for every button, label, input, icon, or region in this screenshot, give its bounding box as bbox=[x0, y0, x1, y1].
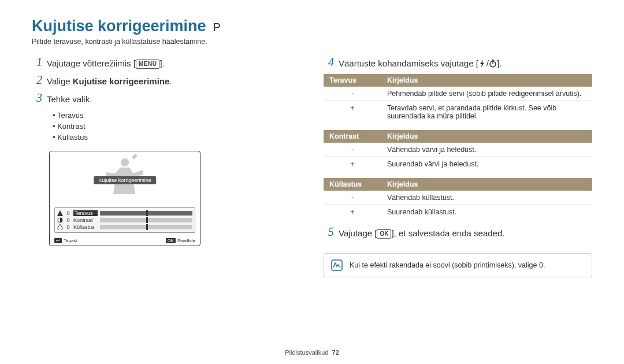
set-label: Seadista bbox=[177, 238, 195, 243]
th: Kirjeldus bbox=[381, 130, 592, 143]
table-row: +Teravdab servi, et parandada piltide ki… bbox=[324, 101, 592, 124]
text: Vajutage [ bbox=[339, 228, 377, 238]
bullet-item: Teravus bbox=[53, 110, 300, 121]
ok-icon: OK bbox=[377, 229, 391, 239]
table-sharpness: TeravusKirjeldus -Pehmendab piltide serv… bbox=[324, 74, 592, 123]
th: Kontrast bbox=[324, 130, 381, 143]
text: Väärtuste kohandamiseks vajutage [ bbox=[339, 58, 478, 68]
step-number: 1 bbox=[32, 56, 42, 68]
lcd-value: 0 bbox=[65, 217, 71, 223]
bullet-item: Kontrast bbox=[53, 121, 300, 132]
step-number: 3 bbox=[32, 92, 42, 103]
text: . bbox=[169, 76, 172, 86]
page-title: Kujutise korrigeerimine bbox=[32, 17, 206, 35]
menu-icon: MENU bbox=[136, 60, 159, 69]
bold-text: Kujutise korrigeerimine bbox=[73, 76, 170, 86]
cell-key: + bbox=[324, 205, 381, 220]
cell-val: Teravdab servi, et parandada piltide kir… bbox=[381, 101, 592, 124]
step-3: 3 Tehke valik. bbox=[32, 92, 300, 105]
table-row: -Vähendab küllastust. bbox=[324, 191, 592, 205]
step-4: 4 Väärtuste kohandamiseks vajutage [/]. bbox=[324, 56, 592, 69]
text: ], et salvestada enda seaded. bbox=[391, 228, 504, 238]
step-text: Tehke valik. bbox=[47, 92, 92, 105]
cell-key: + bbox=[324, 101, 381, 124]
step-number: 4 bbox=[324, 56, 334, 68]
lcd-slider bbox=[100, 211, 192, 216]
back-button-icon: ↩ bbox=[54, 238, 62, 243]
silhouette-graphic bbox=[102, 154, 148, 194]
lcd-value: 0 bbox=[65, 224, 71, 230]
table-row: -Pehmendab piltide servi (sobib piltide … bbox=[324, 87, 592, 101]
table-row: +Suurendab värvi ja heledust. bbox=[324, 157, 592, 172]
camera-lcd-preview: Kujutise korrigeerimine 0 Teravus 0 Kont… bbox=[49, 151, 200, 246]
page-subtitle: Piltide teravuse, kontrasti ja küllastat… bbox=[32, 38, 592, 46]
cell-key: + bbox=[324, 157, 381, 172]
option-bullets: Teravus Kontrast Küllastus bbox=[53, 110, 300, 143]
cell-val: Suurendab küllastust. bbox=[381, 205, 592, 220]
bullet-item: Küllastus bbox=[53, 132, 300, 143]
left-column: 1 Vajutage võtterežiimis [MENU]. 2 Valig… bbox=[32, 56, 300, 277]
lcd-panel: 0 Teravus 0 Kontrast 0 Küllastus bbox=[54, 207, 195, 233]
flash-icon bbox=[478, 58, 486, 66]
cell-key: - bbox=[324, 143, 381, 157]
ok-button-icon: OK bbox=[166, 238, 176, 243]
lcd-row-saturation: 0 Küllastus bbox=[57, 224, 192, 231]
table-row: +Suurendab küllastust. bbox=[324, 205, 592, 220]
lcd-label: Teravus bbox=[73, 210, 98, 216]
cell-val: Pehmendab piltide servi (sobib piltide r… bbox=[381, 87, 592, 101]
lcd-row-contrast: 0 Kontrast bbox=[57, 217, 192, 224]
step-number: 5 bbox=[324, 226, 334, 237]
th: Kirjeldus bbox=[381, 178, 592, 191]
step-5: 5 Vajutage [OK], et salvestada enda sead… bbox=[324, 226, 592, 239]
cell-key: - bbox=[324, 191, 381, 205]
cell-val: Vähendab küllastust. bbox=[381, 191, 592, 205]
lcd-row-sharpness: 0 Teravus bbox=[57, 210, 192, 217]
step-text: Valige Kujutise korrigeerimine. bbox=[47, 74, 172, 87]
table-contrast: KontrastKirjeldus -Vähendab värvi ja hel… bbox=[324, 130, 592, 171]
lcd-slider bbox=[100, 225, 192, 229]
page-mode: P bbox=[213, 21, 221, 34]
cell-val: Suurendab värvi ja heledust. bbox=[381, 157, 592, 172]
note-box: Kui te efekti rakendada ei soovi (sobib … bbox=[324, 253, 592, 277]
table-saturation: KüllastusKirjeldus -Vähendab küllastust.… bbox=[324, 178, 592, 219]
step-text: Väärtuste kohandamiseks vajutage [/]. bbox=[339, 56, 502, 69]
step-1: 1 Vajutage võtterežiimis [MENU]. bbox=[32, 56, 300, 69]
text: Vajutage võtterežiimis [ bbox=[47, 58, 136, 68]
lcd-title: Kujutise korrigeerimine bbox=[94, 176, 156, 184]
lcd-value: 0 bbox=[65, 210, 71, 216]
note-text: Kui te efekti rakendada ei soovi (sobib … bbox=[350, 261, 545, 269]
cell-val: Vähendab värvi ja heledust. bbox=[381, 143, 592, 157]
step-text: Vajutage võtterežiimis [MENU]. bbox=[47, 56, 165, 69]
cell-key: - bbox=[324, 87, 381, 101]
text: ]. bbox=[159, 58, 164, 68]
lcd-slider bbox=[100, 218, 192, 222]
th: Küllastus bbox=[324, 178, 381, 191]
step-text: Vajutage [OK], et salvestada enda seaded… bbox=[339, 226, 504, 239]
contrast-icon bbox=[57, 217, 63, 223]
svg-rect-3 bbox=[332, 260, 342, 270]
lcd-label: Kontrast bbox=[73, 217, 98, 223]
page-footer: Pildistusvalikud 72 bbox=[0, 349, 624, 356]
th: Kirjeldus bbox=[381, 74, 592, 87]
step-number: 2 bbox=[32, 74, 42, 86]
right-column: 4 Väärtuste kohandamiseks vajutage [/]. … bbox=[324, 56, 592, 277]
th: Teravus bbox=[324, 74, 381, 87]
saturation-icon bbox=[57, 224, 63, 230]
text: ]. bbox=[497, 58, 502, 68]
svg-marker-0 bbox=[57, 210, 63, 216]
step-2: 2 Valige Kujutise korrigeerimine. bbox=[32, 74, 300, 87]
lcd-label: Küllastus bbox=[73, 224, 98, 230]
footer-section: Pildistusvalikud bbox=[285, 349, 328, 356]
text: Valige bbox=[47, 76, 73, 86]
table-row: -Vähendab värvi ja heledust. bbox=[324, 143, 592, 157]
timer-icon bbox=[489, 58, 497, 66]
sharpness-icon bbox=[57, 210, 63, 216]
note-icon bbox=[331, 259, 343, 271]
lcd-footer: ↩Tagasi OKSeadista bbox=[54, 238, 195, 243]
page-number: 72 bbox=[332, 349, 339, 356]
back-label: Tagasi bbox=[64, 238, 77, 243]
